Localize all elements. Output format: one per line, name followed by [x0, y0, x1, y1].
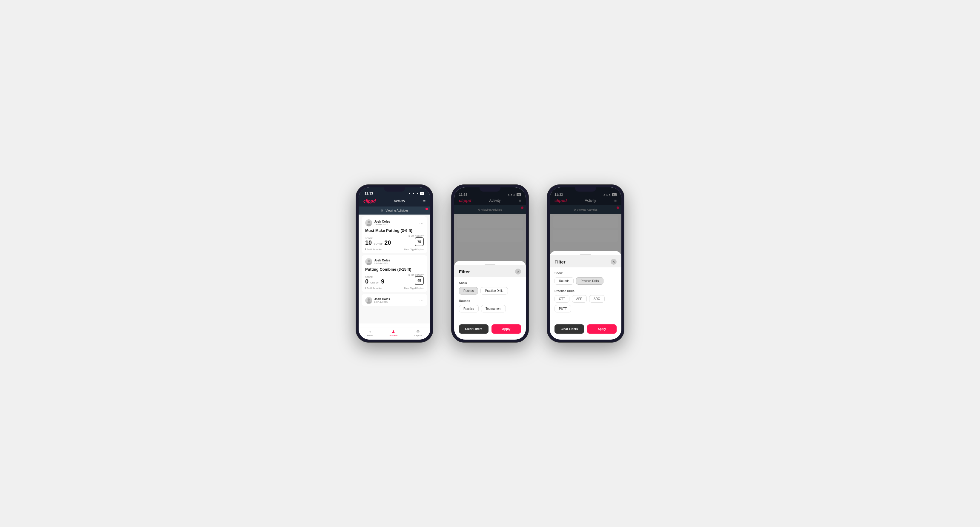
- menu-icon[interactable]: ≡: [423, 199, 425, 203]
- clear-filters-button[interactable]: Clear Filters: [459, 324, 488, 333]
- nav-activities[interactable]: ♟ Activities: [389, 329, 398, 337]
- bottom-nav: ⌂ Home ♟ Activities ⊕ Capture: [359, 327, 430, 340]
- rounds-filter-btn[interactable]: Rounds: [555, 277, 574, 285]
- apply-button[interactable]: Apply: [492, 324, 521, 333]
- show-buttons: Rounds Practice Drills: [459, 287, 521, 295]
- phone-screen: 11:33 ▲▲▲ 51 clippd Activity ≡ ⚙ Vie: [454, 187, 526, 340]
- test-info: ℹ Test Information: [365, 287, 382, 289]
- filter-title: Filter: [459, 269, 470, 274]
- ott-btn[interactable]: OTT: [555, 295, 570, 303]
- show-label: Show: [555, 271, 617, 275]
- viewing-banner[interactable]: ⚙ Viewing Activities: [359, 206, 430, 214]
- data-label: Data: Clippd Capture: [404, 287, 424, 289]
- capture-icon: ⊕: [416, 329, 420, 334]
- user-info: Josh Coles 28 Feb 2023: [365, 258, 390, 265]
- more-icon[interactable]: ···: [419, 259, 424, 264]
- scroll-content: Josh Coles 28 Feb 2023 ··· Must Make Put…: [359, 214, 430, 324]
- status-time: 11:33: [364, 192, 373, 195]
- svg-point-5: [367, 302, 371, 303]
- rounds-buttons: Practice Tournament: [459, 305, 521, 313]
- phone-activity: 11:33 ▲ ▲ ▲ 51 clippd Activity ≡ ⚙ Viewi…: [356, 184, 433, 343]
- user-date: 28 Feb 2023: [374, 262, 390, 265]
- more-icon[interactable]: ···: [419, 298, 424, 303]
- scene: 11:33 ▲ ▲ ▲ 51 clippd Activity ≡ ⚙ Viewi…: [338, 167, 642, 360]
- phone-screen: 11:33 ▲▲▲ 51 clippd Activity ≡ ⚙ Vie: [550, 187, 621, 340]
- svg-point-2: [368, 260, 370, 262]
- close-button[interactable]: ✕: [611, 259, 617, 265]
- phone-filter-drills: 11:33 ▲▲▲ 51 clippd Activity ≡ ⚙ Vie: [547, 184, 624, 343]
- sheet-header: Filter ✕: [550, 255, 621, 267]
- sheet-body: Show Rounds Practice Drills Rounds Pract…: [454, 277, 526, 321]
- user-name: Josh Coles: [374, 220, 390, 223]
- phone-notch: [480, 187, 500, 192]
- app-logo: clippd: [363, 199, 375, 203]
- sheet-footer: Clear Filters Apply: [454, 324, 526, 333]
- avatar: [365, 219, 372, 227]
- more-icon[interactable]: ···: [419, 221, 424, 225]
- sheet-body: Show Rounds Practice Drills Practice Dri…: [550, 267, 621, 321]
- sheet-header: Filter ✕: [454, 265, 526, 277]
- user-info: Josh Coles 28 Feb 2023: [365, 219, 390, 227]
- card-header: Josh Coles 28 Feb 2023 ···: [365, 297, 424, 304]
- viewing-label: Viewing Activities: [385, 209, 409, 212]
- phone-notch: [384, 187, 405, 192]
- score-label: Score: [365, 237, 391, 239]
- test-info: ℹ Test Information: [365, 248, 382, 250]
- practice-btn[interactable]: Practice: [459, 305, 479, 313]
- score-value: 0: [365, 278, 369, 285]
- user-name: Josh Coles: [374, 259, 390, 262]
- putt-btn[interactable]: PUTT: [555, 305, 571, 313]
- phone-filter-rounds: 11:33 ▲▲▲ 51 clippd Activity ≡ ⚙ Vie: [451, 184, 529, 343]
- home-icon: ⌂: [369, 329, 371, 334]
- rounds-filter-btn[interactable]: Rounds: [459, 287, 478, 295]
- practice-drills-filter-btn[interactable]: Practice Drills: [576, 277, 603, 285]
- avatar: [365, 297, 372, 304]
- nav-capture-label: Capture: [414, 335, 422, 337]
- activity-title: Must Make Putting (3-6 ft): [365, 228, 424, 233]
- data-label: Data: Clippd Capture: [404, 248, 424, 250]
- svg-point-4: [368, 298, 370, 301]
- arg-btn[interactable]: ARG: [589, 295, 605, 303]
- nav-home[interactable]: ⌂ Home: [367, 329, 373, 337]
- user-date: 28 Feb 2023: [374, 301, 390, 303]
- shot-quality-badge: 75: [415, 237, 424, 246]
- filter-icon: ⚙: [380, 209, 383, 212]
- svg-point-0: [368, 221, 370, 223]
- rounds-label: Rounds: [459, 299, 521, 303]
- score-label: Score: [365, 276, 384, 278]
- activity-title: Putting Combine (3-15 ft): [365, 267, 424, 271]
- drills-buttons: OTT APP ARG PUTT: [555, 295, 617, 313]
- card-header: Josh Coles 28 Feb 2023 ···: [365, 258, 424, 265]
- user-name: Josh Coles: [374, 297, 390, 301]
- activity-card[interactable]: Josh Coles 28 Feb 2023 ··· Must Make Put…: [361, 216, 427, 253]
- filter-title: Filter: [555, 259, 566, 264]
- out-of: OUT OF: [370, 281, 379, 284]
- card-footer: ℹ Test Information Data: Clippd Capture: [365, 248, 424, 250]
- clear-filters-button[interactable]: Clear Filters: [555, 324, 584, 333]
- svg-point-3: [367, 263, 371, 265]
- shots-value: 20: [384, 239, 391, 246]
- nav-home-label: Home: [367, 335, 373, 337]
- apply-button[interactable]: Apply: [587, 324, 617, 333]
- phone-notch: [575, 187, 596, 192]
- phone-screen: 11:33 ▲ ▲ ▲ 51 clippd Activity ≡ ⚙ Viewi…: [359, 187, 430, 340]
- out-of: OUT OF: [374, 243, 382, 245]
- notification-dot: [425, 208, 428, 210]
- activity-card[interactable]: Josh Coles 28 Feb 2023 ··· Putting Combi…: [361, 255, 427, 292]
- app-btn[interactable]: APP: [572, 295, 587, 303]
- activity-card[interactable]: Josh Coles 28 Feb 2023 ···: [361, 294, 427, 306]
- tournament-btn[interactable]: Tournament: [481, 305, 506, 313]
- sheet-footer: Clear Filters Apply: [550, 324, 621, 333]
- app-header: clippd Activity ≡: [359, 197, 430, 206]
- practice-drills-section-label: Practice Drills: [555, 289, 617, 293]
- shots-value: 9: [381, 278, 384, 285]
- activities-icon: ♟: [391, 329, 395, 334]
- show-label: Show: [459, 281, 521, 285]
- nav-capture[interactable]: ⊕ Capture: [414, 329, 422, 337]
- close-button[interactable]: ✕: [515, 268, 521, 275]
- card-header: Josh Coles 28 Feb 2023 ···: [365, 219, 424, 227]
- avatar: [365, 258, 372, 265]
- score-value: 10: [365, 239, 372, 246]
- practice-drills-filter-btn[interactable]: Practice Drills: [480, 287, 508, 295]
- filter-sheet: Filter ✕ Show Rounds Practice Drills Rou…: [454, 261, 526, 340]
